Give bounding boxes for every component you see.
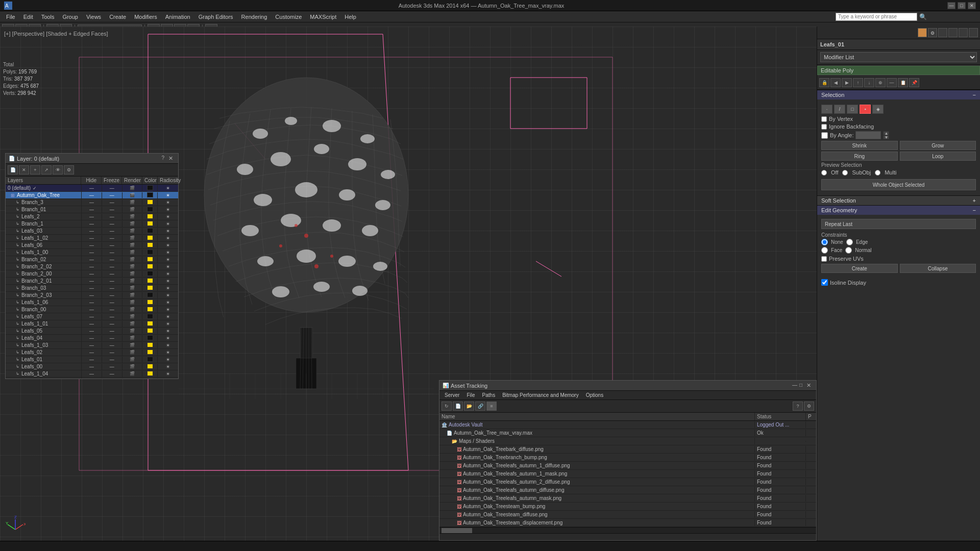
- layer-row[interactable]: ↳ Leafs_1_00 — — 🎬 ☀: [6, 249, 178, 256]
- layer-freeze-cell[interactable]: —: [102, 314, 122, 320]
- asset-minimize-button[interactable]: —: [792, 382, 797, 389]
- asset-maximize-button[interactable]: □: [799, 382, 802, 389]
- layer-row[interactable]: ↳ Leafs_1_01 — — 🎬 ☀: [6, 320, 178, 328]
- modifier-icon-1[interactable]: ◀: [830, 78, 841, 87]
- layer-render-cell[interactable]: 🎬: [122, 371, 143, 377]
- modifier-icon-2[interactable]: ▶: [842, 78, 852, 87]
- menu-views[interactable]: Views: [82, 13, 105, 21]
- asset-row[interactable]: 🖼 Autumn_Oak_Treeleafs_autumn_mask.png F…: [439, 494, 816, 503]
- layer-row[interactable]: ↳ Branch_01 — — 🎬 ☀: [6, 206, 178, 213]
- layer-freeze-cell[interactable]: —: [102, 292, 122, 298]
- layer-freeze-cell[interactable]: —: [102, 378, 122, 379]
- tool-icon-2[interactable]: [938, 28, 947, 37]
- layer-color-cell[interactable]: [142, 307, 158, 313]
- modifier-icon-4[interactable]: ↓: [864, 78, 874, 87]
- layer-row[interactable]: ↳ Branch_2_02 — — 🎬 ☀: [6, 263, 178, 270]
- menu-create[interactable]: Create: [105, 13, 130, 21]
- layer-render-cell[interactable]: 🎬: [122, 207, 143, 212]
- layer-freeze-cell[interactable]: —: [102, 192, 122, 198]
- layer-freeze-cell[interactable]: —: [102, 221, 122, 227]
- asset-settings-button[interactable]: ⚙: [804, 402, 814, 411]
- layer-freeze-cell[interactable]: —: [102, 214, 122, 220]
- layer-hide-cell[interactable]: —: [82, 285, 102, 291]
- minimize-button[interactable]: —: [947, 2, 955, 9]
- isoline-checkbox[interactable]: [821, 279, 828, 286]
- layer-row[interactable]: ↳ Branch_1 — — 🎬 ☀: [6, 220, 178, 228]
- layer-row[interactable]: ↳ Leafs_06 — — 🎬 ☀: [6, 242, 178, 249]
- by-angle-checkbox[interactable]: [821, 132, 828, 139]
- layer-freeze-cell[interactable]: —: [102, 249, 122, 256]
- asset-icon-2[interactable]: 📂: [464, 402, 474, 411]
- layer-color-cell[interactable]: [142, 207, 158, 213]
- layer-render-cell[interactable]: 🎬: [122, 307, 143, 312]
- layer-freeze-cell[interactable]: —: [102, 271, 122, 277]
- layer-hide-cell[interactable]: —: [82, 357, 102, 363]
- layer-row[interactable]: ↳ Branch_00 — — 🎬 ☀: [6, 306, 178, 313]
- layer-row[interactable]: ↳ Leafs_07 — — 🎬 ☀: [6, 313, 178, 320]
- layer-render-cell[interactable]: 🎬: [122, 292, 143, 298]
- multi-radio[interactable]: [875, 170, 880, 176]
- asset-menu-file[interactable]: File: [463, 392, 478, 398]
- layer-freeze-cell[interactable]: —: [102, 357, 122, 363]
- layer-render-cell[interactable]: 🎬: [122, 228, 143, 234]
- vertex-icon[interactable]: ·: [821, 105, 832, 114]
- layer-freeze-cell[interactable]: —: [102, 364, 122, 370]
- layer-render-cell[interactable]: 🎬: [122, 285, 143, 291]
- asset-row[interactable]: 🖼 Autumn_Oak_Treeleafs_autumn_diffuse.pn…: [439, 486, 816, 494]
- layer-color-cell[interactable]: [142, 342, 158, 348]
- layer-row[interactable]: ↳ Branch_2_00 — — 🎬 ☀: [6, 270, 178, 278]
- layers-hide-button[interactable]: 👁: [53, 165, 63, 174]
- layers-new-button[interactable]: 📄: [8, 165, 18, 174]
- layer-color-cell[interactable]: [142, 221, 158, 227]
- layer-render-cell[interactable]: 🎬: [122, 242, 143, 248]
- layer-hide-cell[interactable]: —: [82, 278, 102, 284]
- layer-row[interactable]: ↳ Leafs_1_06 — — 🎬 ☀: [6, 299, 178, 306]
- layer-hide-cell[interactable]: —: [82, 364, 102, 370]
- layer-row[interactable]: ↳ Leafs_1_02 — — 🎬 ☀: [6, 235, 178, 242]
- grow-button[interactable]: Grow: [900, 141, 976, 150]
- modifier-icon-6[interactable]: —: [887, 78, 897, 87]
- menu-edit[interactable]: Edit: [19, 13, 37, 21]
- layer-row[interactable]: ↳ Branch_2_03 — — 🎬 ☀: [6, 292, 178, 299]
- asset-icon-3[interactable]: 🔗: [475, 402, 485, 411]
- layer-color-cell[interactable]: [142, 285, 158, 291]
- layer-freeze-cell[interactable]: —: [102, 328, 122, 334]
- asset-icon-1[interactable]: 📄: [453, 402, 463, 411]
- face-radio[interactable]: [821, 247, 828, 254]
- layer-color-cell[interactable]: [142, 257, 158, 263]
- layer-color-cell[interactable]: [142, 199, 158, 206]
- layer-color-cell[interactable]: [142, 371, 158, 377]
- layer-hide-cell[interactable]: —: [82, 307, 102, 313]
- layer-render-cell[interactable]: 🎬: [122, 321, 143, 327]
- repeat-last-button[interactable]: Repeat Last: [821, 219, 976, 229]
- layer-color-cell[interactable]: [142, 235, 158, 241]
- edge-radio[interactable]: [846, 239, 853, 245]
- layer-row[interactable]: ↳ Leafs_02 — — 🎬 ☀: [6, 349, 178, 356]
- layer-freeze-cell[interactable]: —: [102, 299, 122, 306]
- layer-color-cell[interactable]: [142, 349, 158, 356]
- layer-freeze-cell[interactable]: —: [102, 307, 122, 313]
- layer-hide-cell[interactable]: —: [82, 249, 102, 256]
- asset-row[interactable]: 🖼 Autumn_Oak_Treesteam_diffuse.png Found: [439, 511, 816, 519]
- tool-icon-4[interactable]: [959, 28, 968, 37]
- menu-modifiers[interactable]: Modifiers: [130, 13, 161, 21]
- ignore-backfacing-checkbox[interactable]: [821, 124, 827, 130]
- layer-row[interactable]: ↳ Steam — — 🎬 ☀: [6, 378, 178, 379]
- menu-group[interactable]: Group: [58, 13, 82, 21]
- layer-render-cell[interactable]: 🎬: [122, 342, 143, 348]
- layer-color-cell[interactable]: [142, 278, 158, 284]
- layer-hide-cell[interactable]: —: [82, 257, 102, 263]
- layer-color-cell[interactable]: [142, 192, 158, 198]
- lock-button[interactable]: 🔒: [819, 78, 829, 87]
- tool-icon-5[interactable]: [969, 28, 978, 37]
- layer-hide-cell[interactable]: —: [82, 314, 102, 320]
- layer-row[interactable]: ↳ Branch_3 — — 🎬 ☀: [6, 199, 178, 206]
- modifier-icon-8[interactable]: 📌: [909, 78, 919, 87]
- layer-render-cell[interactable]: 🎬: [122, 299, 143, 305]
- layer-row[interactable]: ↳ Leafs_00 — — 🎬 ☀: [6, 363, 178, 370]
- layer-color-cell[interactable]: [142, 242, 158, 248]
- layer-color-cell[interactable]: [142, 364, 158, 370]
- layer-render-cell[interactable]: 🎬: [122, 378, 143, 379]
- layer-hide-cell[interactable]: —: [82, 235, 102, 241]
- asset-row[interactable]: 🖼 Autumn_Oak_Treebark_diffuse.png Found: [439, 445, 816, 454]
